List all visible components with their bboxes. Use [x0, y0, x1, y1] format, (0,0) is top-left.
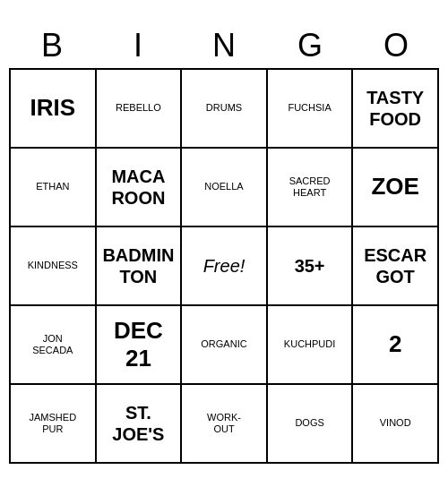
cell-label: FUCHSIA — [288, 102, 331, 114]
cell-label: TASTYFOOD — [366, 87, 424, 130]
bingo-cell: KUCHPUDI — [268, 306, 354, 385]
bingo-cell: ORGANIC — [182, 306, 268, 385]
bingo-cell: ESCARGOT — [353, 227, 439, 306]
cell-label: REBELLO — [116, 102, 161, 114]
bingo-cell: ST.JOE'S — [97, 385, 183, 464]
cell-label: MACAROON — [111, 166, 165, 209]
cell-label: DEC21 — [114, 317, 163, 372]
bingo-cell: NOELLA — [182, 149, 268, 227]
cell-label: BADMINTON — [102, 244, 174, 287]
bingo-grid: IRISREBELLODRUMSFUCHSIATASTYFOODETHANMAC… — [9, 68, 439, 464]
bingo-cell: 35+ — [268, 227, 354, 306]
cell-label: KUCHPUDI — [284, 338, 335, 350]
bingo-cell: Free! — [182, 227, 268, 306]
bingo-cell: ETHAN — [11, 149, 97, 227]
bingo-cell: SACREDHEART — [268, 149, 354, 227]
bingo-cell: VINOD — [353, 385, 439, 464]
cell-label: ESCARGOT — [364, 244, 426, 287]
bingo-cell: WORK-OUT — [182, 385, 268, 464]
cell-label: WORK-OUT — [207, 412, 241, 435]
bingo-cell: 2 — [353, 306, 439, 385]
cell-label: DOGS — [295, 417, 323, 429]
bingo-card: BINGO IRISREBELLODRUMSFUCHSIATASTYFOODET… — [9, 23, 439, 464]
bingo-cell: KINDNESS — [11, 227, 97, 306]
cell-label: DRUMS — [206, 102, 242, 114]
cell-label: KINDNESS — [28, 260, 78, 271]
header-letter: B — [9, 23, 95, 68]
header-letter: I — [95, 23, 181, 68]
bingo-cell: REBELLO — [97, 70, 183, 149]
cell-label: VINOD — [380, 417, 411, 429]
bingo-header: BINGO — [9, 23, 439, 68]
bingo-cell: TASTYFOOD — [353, 70, 439, 149]
cell-label: 35+ — [295, 255, 325, 277]
header-letter: N — [181, 23, 267, 68]
bingo-cell: DRUMS — [182, 70, 268, 149]
cell-label: JAMSHEDPUR — [30, 412, 77, 435]
bingo-cell: BADMINTON — [97, 227, 183, 306]
bingo-cell: ZOE — [353, 149, 439, 227]
bingo-cell: DEC21 — [97, 306, 183, 385]
cell-label: 2 — [389, 330, 401, 358]
bingo-cell: IRIS — [11, 70, 97, 149]
bingo-cell: JONSECADA — [11, 306, 97, 385]
cell-label: Free! — [203, 255, 246, 277]
cell-label: ST.JOE'S — [112, 402, 164, 445]
cell-label: ZOE — [371, 173, 418, 201]
bingo-cell: MACAROON — [97, 149, 183, 227]
header-letter: O — [353, 23, 439, 68]
cell-label: ORGANIC — [201, 338, 246, 350]
cell-label: ETHAN — [36, 181, 69, 192]
bingo-cell: DOGS — [268, 385, 354, 464]
bingo-cell: FUCHSIA — [268, 70, 354, 149]
cell-label: NOELLA — [204, 181, 243, 192]
cell-label: IRIS — [30, 94, 76, 122]
bingo-cell: JAMSHEDPUR — [11, 385, 97, 464]
cell-label: JONSECADA — [32, 333, 73, 356]
header-letter: G — [267, 23, 353, 68]
cell-label: SACREDHEART — [289, 175, 331, 199]
